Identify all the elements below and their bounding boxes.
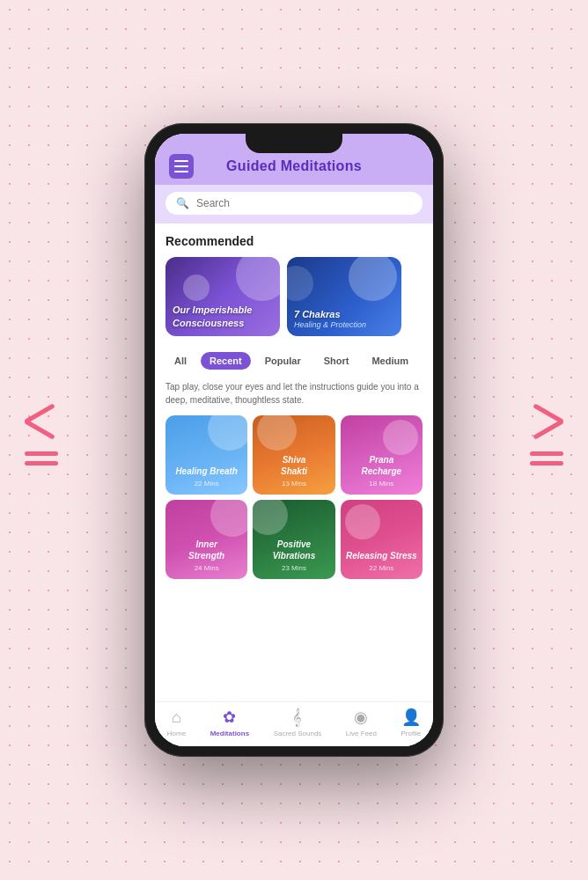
meditation-description: Tap play, close your eyes and let the in… (155, 375, 433, 415)
search-container: 🔍 (155, 185, 433, 224)
phone-shell: Guided Meditations 🔍 Recommended (144, 123, 444, 757)
filter-tab-short[interactable]: Short (315, 352, 358, 370)
med-card-2-duration: 13 Mins (282, 480, 306, 488)
phone-screen: Guided Meditations 🔍 Recommended (155, 134, 433, 746)
meditation-card-positive-vibrations[interactable]: PositiveVibrations 23 Mins (253, 500, 334, 579)
med-card-4-duration: 24 Mins (195, 564, 219, 572)
rec-card-1-title: Our ImperishableConsciousness (173, 304, 252, 329)
filter-tab-medium[interactable]: Medium (363, 352, 417, 370)
filter-tab-recent[interactable]: Recent (201, 352, 251, 370)
search-box[interactable]: 🔍 (165, 192, 423, 215)
med-card-4-title: InnerStrength (188, 539, 224, 561)
menu-button[interactable] (169, 154, 194, 179)
nav-profile-label: Profile (401, 730, 422, 737)
meditation-card-prana-recharge[interactable]: PranaRecharge 18 Mins (341, 415, 423, 495)
nav-live-feed-label: Live Feed (346, 730, 377, 737)
rec-card-2-subtitle: Healing & Protection (294, 320, 366, 329)
live-feed-icon: ◉ (354, 708, 368, 727)
page-title: Guided Meditations (226, 158, 362, 174)
med-card-1-duration: 22 Mins (195, 480, 219, 488)
nav-meditations-label: Meditations (210, 730, 249, 737)
recommended-section: Recommended Our ImperishableConsciousnes… (155, 224, 433, 343)
nav-home-label: Home (167, 730, 186, 737)
recommended-card-1[interactable]: Our ImperishableConsciousness (165, 257, 280, 336)
nav-sacred-sounds-label: Sacred Sounds (274, 730, 322, 737)
meditation-card-healing-breath[interactable]: Healing Breath 22 Mins (165, 415, 247, 495)
recommended-card-2[interactable]: 7 Chakras Healing & Protection (287, 257, 401, 336)
recommended-cards-list: Our ImperishableConsciousness 7 Chakras … (165, 257, 423, 343)
left-chevron-decoration (25, 414, 58, 466)
scroll-content: Recommended Our ImperishableConsciousnes… (155, 224, 433, 701)
med-card-1-title: Healing Breath (175, 466, 238, 477)
meditations-icon: ✿ (223, 708, 236, 727)
meditation-card-shiva-shakti[interactable]: ShivaShakti 13 Mins (253, 415, 334, 495)
med-card-6-title: Releasing Stress (346, 550, 417, 561)
meditation-card-releasing-stress[interactable]: Releasing Stress 22 Mins (341, 500, 423, 579)
med-card-2-title: ShivaShakti (281, 454, 307, 477)
med-card-3-duration: 18 Mins (369, 480, 393, 488)
filter-tab-all[interactable]: All (165, 352, 195, 370)
menu-bar (174, 165, 188, 167)
phone-notch (246, 134, 342, 153)
filter-tab-popular[interactable]: Popular (256, 352, 310, 370)
nav-meditations[interactable]: ✿ Meditations (210, 708, 249, 737)
profile-icon: 👤 (401, 708, 421, 727)
med-card-3-title: PranaRecharge (362, 454, 402, 477)
search-input[interactable] (196, 197, 412, 209)
right-chevron-decoration (530, 414, 563, 466)
sacred-sounds-icon: 𝄞 (292, 708, 302, 727)
menu-bar (174, 160, 188, 162)
recommended-title: Recommended (165, 234, 423, 248)
rec-card-2-title: 7 Chakras (294, 308, 366, 320)
nav-profile[interactable]: 👤 Profile (401, 708, 422, 737)
med-card-5-title: PositiveVibrations (273, 539, 316, 561)
meditation-grid: Healing Breath 22 Mins ShivaShakti 13 Mi… (155, 415, 433, 590)
menu-bar (174, 171, 188, 172)
search-icon: 🔍 (176, 197, 189, 209)
meditation-card-inner-strength[interactable]: InnerStrength 24 Mins (165, 500, 247, 579)
home-icon: ⌂ (172, 708, 181, 727)
med-card-5-duration: 23 Mins (282, 564, 306, 572)
nav-live-feed[interactable]: ◉ Live Feed (346, 708, 377, 737)
filter-tabs: All Recent Popular Short Medium (155, 343, 433, 375)
nav-home[interactable]: ⌂ Home (167, 708, 186, 737)
bottom-nav: ⌂ Home ✿ Meditations 𝄞 Sacred Sounds ◉ L… (155, 701, 433, 746)
med-card-6-duration: 22 Mins (369, 564, 393, 572)
nav-sacred-sounds[interactable]: 𝄞 Sacred Sounds (274, 708, 322, 737)
app-screen: Guided Meditations 🔍 Recommended (155, 134, 433, 746)
